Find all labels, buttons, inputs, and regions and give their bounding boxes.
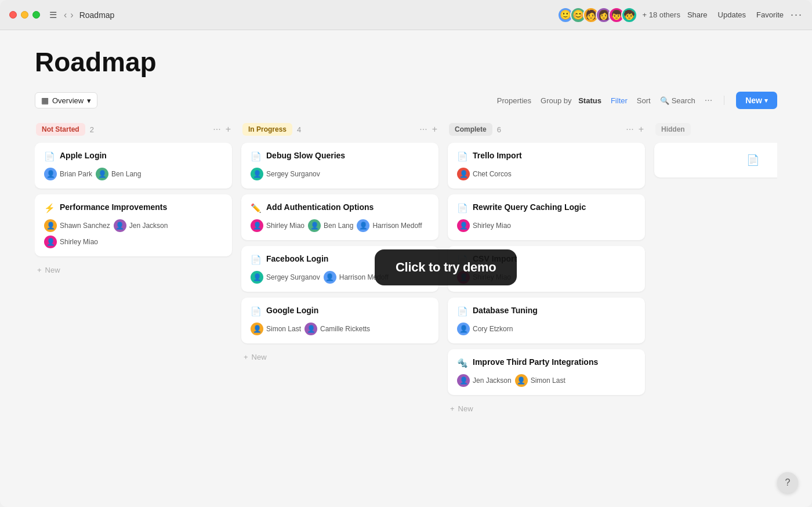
card-performance-improvements[interactable]: ⚡ Performance Improvements 👤 Shawn Sanch… <box>35 194 232 256</box>
toolbar-right: Properties Group by Status Filter Sort 🔍… <box>497 92 777 109</box>
assignee-name: Shawn Sanchez <box>60 222 110 230</box>
maximize-button[interactable] <box>32 11 40 19</box>
group-by-value: Status <box>578 96 601 105</box>
main-content: Roadmap ▦ Overview ▾ Properties Group by… <box>0 30 812 507</box>
more-options-icon[interactable]: ··· <box>705 95 712 106</box>
group-by-selector[interactable]: Group by Status <box>541 96 601 105</box>
card-assignees: 👤 Simon Last 👤 Camille Ricketts <box>251 323 429 335</box>
column-in-progress: In Progress4···+ 📄 Debug Slow Queries 👤 … <box>241 123 438 490</box>
add-label: New <box>458 404 473 413</box>
column-header-actions: ···+ <box>213 124 231 135</box>
column-more-button[interactable]: ··· <box>626 124 633 135</box>
card-add-authentication-options[interactable]: ✏️ Add Authentication Options 👤 Shirley … <box>241 194 438 240</box>
card-title: Improve Third Party Integrations <box>473 357 598 367</box>
back-button[interactable]: ‹ <box>64 10 67 20</box>
assignee-name: Cory Etzkorn <box>473 325 513 333</box>
plus-icon: + <box>37 266 42 274</box>
avatar: 👤 <box>304 323 317 335</box>
card-facebook-login[interactable]: 📄 Facebook Login 👤 Sergey Surganov 👤 Har… <box>241 246 438 292</box>
avatar: 🧒 <box>621 7 637 23</box>
search-icon: 🔍 <box>660 96 669 105</box>
close-button[interactable] <box>9 11 17 19</box>
assignee-name: Harrison Medoff <box>339 273 389 281</box>
card-debug-slow-queries[interactable]: 📄 Debug Slow Queries 👤 Sergey Surganov <box>241 143 438 189</box>
search-button[interactable]: 🔍 Search <box>660 96 695 105</box>
hidden-card-icon: 📄 <box>746 154 759 166</box>
avatar: 👤 <box>251 323 263 335</box>
card-csv-import[interactable]: 📄 CSV Import 👤 Shirley Miao <box>448 246 645 292</box>
favorite-button[interactable]: Favorite <box>756 10 784 19</box>
card-assignee: 👤 Sergey Surganov <box>251 168 320 180</box>
sort-button[interactable]: Sort <box>637 96 651 105</box>
help-button[interactable]: ? <box>777 472 798 493</box>
properties-button[interactable]: Properties <box>497 96 531 105</box>
card-assignee: 👤 Simon Last <box>515 374 566 387</box>
card-assignee: 👤 Shawn Sanchez <box>44 219 110 232</box>
avatar: 👤 <box>457 323 470 335</box>
card-title: Google Login <box>266 306 318 315</box>
column-header-actions: ···+ <box>419 124 437 135</box>
avatar: 👤 <box>251 271 263 284</box>
plus-icon: + <box>450 404 455 413</box>
share-button[interactable]: Share <box>687 10 708 19</box>
plus-icon: + <box>244 353 248 361</box>
card-title-row: 📄 CSV Import <box>457 254 636 265</box>
avatar: 👤 <box>457 271 470 284</box>
title-bar: ☰ ‹ › Roadmap 🙂 😊 🧑 👩 👦 🧒 + 18 others Sh… <box>0 0 812 30</box>
add-label: New <box>45 266 60 274</box>
card-type-icon: 📄 <box>44 151 55 162</box>
menu-icon[interactable]: ☰ <box>49 10 57 20</box>
add-card-button[interactable]: +New <box>448 401 645 417</box>
avatar: 👤 <box>114 219 126 232</box>
column-hidden: Hidden ··· + 📄 <box>654 123 777 490</box>
new-button[interactable]: New ▾ <box>736 92 777 109</box>
card-title-row: ✏️ Add Authentication Options <box>251 202 429 213</box>
minimize-button[interactable] <box>21 11 28 19</box>
avatar: 👤 <box>44 219 57 232</box>
title-bar-right: 🙂 😊 🧑 👩 👦 🧒 + 18 others Share Updates Fa… <box>557 7 803 23</box>
view-icon: ▦ <box>41 96 49 105</box>
column-add-button[interactable]: + <box>639 124 644 135</box>
card-assignee: 👤 Chet Corcos <box>457 168 512 180</box>
add-label: New <box>252 353 267 361</box>
card-improve-third-party-integrations[interactable]: 🔩 Improve Third Party Integrations 👤 Jen… <box>448 349 645 395</box>
avatar: 👤 <box>44 236 57 248</box>
view-selector[interactable]: ▦ Overview ▾ <box>35 92 97 108</box>
card-assignees: 👤 Shirley Miao 👤 Ben Lang 👤 Harrison Med… <box>251 219 429 232</box>
card-assignee: 👤 Shirley Miao <box>251 219 304 232</box>
column-more-button[interactable]: ··· <box>419 124 427 135</box>
assignee-name: Sergey Surganov <box>266 273 320 281</box>
column-more-button[interactable]: ··· <box>213 124 220 135</box>
avatar: 👤 <box>308 219 321 232</box>
card-apple-login[interactable]: 📄 Apple Login 👤 Brian Park 👤 Ben Lang <box>35 143 232 189</box>
add-card-button[interactable]: +New <box>35 262 232 278</box>
card-rewrite-query-caching-logic[interactable]: 📄 Rewrite Query Caching Logic 👤 Shirley … <box>448 194 645 240</box>
add-card-button[interactable]: +New <box>241 349 438 365</box>
chevron-down-icon: ▾ <box>764 97 768 104</box>
collaborator-avatars[interactable]: 🙂 😊 🧑 👩 👦 🧒 + 18 others <box>557 7 680 23</box>
updates-button[interactable]: Updates <box>718 10 746 19</box>
card-type-icon: 📄 <box>457 203 468 213</box>
column-header: Hidden ··· + <box>654 123 777 136</box>
card-assignee: 👤 Shirley Miao <box>457 219 511 232</box>
card-google-login[interactable]: 📄 Google Login 👤 Simon Last 👤 Camille Ri… <box>241 298 438 343</box>
card-hidden[interactable]: 📄 <box>654 143 777 178</box>
nav-buttons[interactable]: ‹ › <box>64 10 74 20</box>
card-assignee: 👤 Jen Jackson <box>114 219 168 232</box>
assignee-name: Ben Lang <box>324 222 353 230</box>
others-count: + 18 others <box>642 10 680 19</box>
filter-button[interactable]: Filter <box>611 96 628 105</box>
card-title-row: 🔩 Improve Third Party Integrations <box>457 357 636 368</box>
forward-button[interactable]: › <box>70 10 73 20</box>
card-assignee: 👤 Ben Lang <box>96 168 141 180</box>
card-assignees: 👤 Sergey Surganov <box>251 168 429 180</box>
card-assignee: 👤 Brian Park <box>44 168 92 180</box>
column-add-button[interactable]: + <box>226 124 231 135</box>
avatar: 👤 <box>457 219 470 232</box>
column-add-button[interactable]: + <box>432 124 437 135</box>
assignee-name: Ben Lang <box>111 170 141 178</box>
more-options-button[interactable]: ··· <box>791 9 803 21</box>
card-trello-import[interactable]: 📄 Trello Import 👤 Chet Corcos <box>448 143 645 189</box>
card-title-row: 📄 Rewrite Query Caching Logic <box>457 202 636 213</box>
card-database-tuning[interactable]: 📄 Database Tuning 👤 Cory Etzkorn <box>448 298 645 343</box>
